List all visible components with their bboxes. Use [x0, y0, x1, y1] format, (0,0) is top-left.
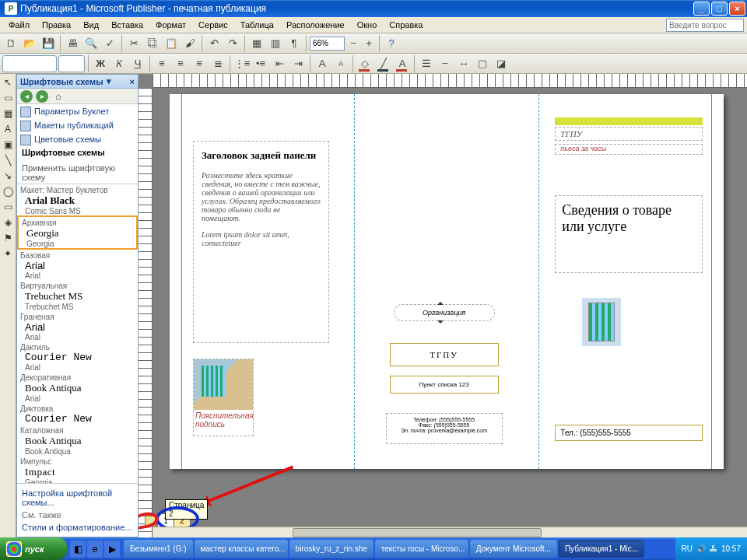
open-button[interactable]: 📂: [21, 35, 38, 52]
org-name-box[interactable]: ТГПУ: [390, 343, 499, 366]
publication-page[interactable]: Заголовок задней панели Разместите здесь…: [170, 94, 724, 469]
picture-tool[interactable]: ▣: [1, 138, 15, 152]
tray-icon-vol[interactable]: 🔊: [696, 544, 706, 553]
line-tool[interactable]: ╲: [1, 153, 15, 167]
tp-bold-link[interactable]: Шрифтовые схемы: [17, 146, 138, 160]
preview-button[interactable]: 🔍: [82, 35, 100, 52]
align-center[interactable]: ≡: [172, 55, 189, 72]
back-body2[interactable]: Lorem ipsum dolor sit amet, consectetuer: [202, 230, 321, 247]
menu-формат[interactable]: Формат: [150, 19, 191, 31]
font-scheme-item[interactable]: ДактильCourier NewArial: [17, 341, 138, 372]
front-subtag[interactable]: пьеса за часы: [555, 144, 703, 155]
font-color[interactable]: A: [394, 55, 411, 72]
nav-home[interactable]: ⌂: [51, 89, 65, 103]
cut-button[interactable]: ✂: [125, 35, 142, 52]
font-shrink[interactable]: A: [332, 55, 349, 72]
font-scheme-item[interactable]: КаталожнаяBook AntiquaBook Antiqua: [17, 425, 138, 456]
zoom-in[interactable]: +: [362, 35, 376, 52]
tray-lang[interactable]: RU: [682, 544, 693, 553]
italic-button[interactable]: К: [110, 55, 128, 72]
special-chars[interactable]: ¶: [286, 35, 303, 52]
undo-button[interactable]: ↶: [205, 35, 223, 52]
shadow[interactable]: ▢: [474, 55, 491, 72]
back-image[interactable]: [194, 359, 253, 410]
menu-расположение[interactable]: Расположение: [281, 19, 350, 31]
zoom-combo[interactable]: 66%: [310, 37, 345, 51]
menu-правка[interactable]: Правка: [37, 19, 76, 31]
phone-box[interactable]: Тел.: (555)555-5555: [555, 425, 703, 441]
nav-forward[interactable]: ▸: [36, 90, 48, 103]
taskpane-close[interactable]: ×: [130, 77, 135, 86]
menu-таблица[interactable]: Таблица: [235, 19, 279, 31]
font-scheme-item[interactable]: АрхивнаяGeorgiaGeorgia: [17, 215, 138, 250]
tray-icon-net[interactable]: 🖧: [710, 544, 717, 553]
back-panel[interactable]: Заголовок задней панели Разместите здесь…: [170, 94, 355, 469]
ql-desktop[interactable]: ◧: [70, 541, 86, 558]
design-tool[interactable]: ✦: [1, 247, 15, 261]
line-color[interactable]: ╱: [375, 55, 392, 72]
oval-tool[interactable]: ◯: [1, 184, 15, 198]
menu-вид[interactable]: Вид: [78, 19, 104, 31]
font-name[interactable]: [2, 55, 57, 72]
bring-front[interactable]: ▦: [248, 35, 265, 52]
print-button[interactable]: 🖶: [64, 35, 81, 52]
canvas[interactable]: Заголовок задней панели Разместите здесь…: [139, 74, 747, 537]
increase-indent[interactable]: ⇥: [289, 55, 307, 72]
pointer-tool[interactable]: ↖: [1, 75, 15, 89]
fill-color[interactable]: ◇: [356, 55, 374, 72]
taskbar-button[interactable]: мастер классы катего...: [195, 540, 288, 558]
org-oval[interactable]: Организация: [394, 304, 495, 321]
back-heading[interactable]: Заголовок задней панели: [202, 149, 321, 162]
page-master-icon[interactable]: [145, 516, 156, 527]
arrow-style[interactable]: ↔: [455, 55, 472, 72]
font-size[interactable]: [58, 55, 85, 72]
middle-panel[interactable]: Организация ТГПУ Пункт списка 123 Телефо…: [355, 94, 540, 469]
tray-clock[interactable]: 10:57: [721, 544, 741, 553]
back-body1[interactable]: Разместите здесь краткие сведения, но вм…: [202, 171, 321, 222]
font-scheme-list[interactable]: Макет: Мастер буклетовArial BlackComic S…: [17, 184, 138, 483]
nav-back[interactable]: ◂: [20, 90, 33, 103]
rect-tool[interactable]: ▭: [1, 200, 15, 214]
menu-окно[interactable]: Окно: [352, 19, 383, 31]
columns-button[interactable]: ▥: [267, 35, 284, 52]
help-button[interactable]: ?: [383, 35, 400, 52]
tp-footer-link[interactable]: Стили и форматирование...: [22, 521, 133, 534]
table-tool[interactable]: ▦: [1, 107, 15, 121]
font-scheme-item[interactable]: ИмпульсImpactGeorgia: [17, 456, 138, 483]
textbox-tool[interactable]: ▭: [1, 91, 15, 105]
numbering[interactable]: ⋮≡: [233, 55, 251, 72]
new-button[interactable]: 🗋: [2, 35, 19, 52]
align-left[interactable]: ≡: [153, 55, 170, 72]
format-painter[interactable]: 🖌: [181, 35, 198, 52]
tp-link[interactable]: Цветовые схемы: [17, 132, 138, 146]
scrollbar-horizontal[interactable]: [153, 527, 747, 537]
font-scheme-item[interactable]: ГраненаяArialArial: [17, 311, 138, 341]
help-search[interactable]: [666, 19, 744, 32]
ql-browser[interactable]: e: [87, 541, 103, 558]
font-scheme-item[interactable]: ДиктовкаCourier New: [17, 403, 138, 425]
paste-button[interactable]: 📋: [163, 35, 180, 52]
align-right[interactable]: ≡: [191, 55, 208, 72]
menu-вставка[interactable]: Вставка: [106, 19, 149, 31]
bullets[interactable]: •≡: [252, 55, 269, 72]
ql-player[interactable]: ▶: [104, 541, 120, 558]
front-image[interactable]: [582, 298, 621, 346]
menu-сервис[interactable]: Сервис: [193, 19, 233, 31]
wordart-tool[interactable]: A: [1, 122, 15, 136]
tp-link[interactable]: Параметры Буклет: [17, 104, 138, 118]
menu-справка[interactable]: Справка: [384, 19, 428, 31]
shapes-tool[interactable]: ◈: [1, 215, 15, 229]
taskbar-button[interactable]: Безымянн1 (G:): [124, 540, 193, 558]
front-tag[interactable]: ТГПУ: [555, 127, 703, 141]
underline-button[interactable]: Ч: [129, 55, 146, 72]
font-grow[interactable]: A: [314, 55, 331, 72]
front-title[interactable]: Сведения о товаре или услуге: [555, 195, 703, 273]
save-button[interactable]: 💾: [40, 35, 57, 52]
font-scheme-item[interactable]: Макет: Мастер буклетовArial BlackComic S…: [17, 184, 138, 215]
contacts-box[interactable]: Телефон: (555)555-5555 Факс: (555)555-55…: [386, 413, 503, 444]
taskpane-dropdown[interactable]: ▾: [107, 76, 111, 86]
3d-button[interactable]: ◪: [493, 55, 510, 72]
menu-файл[interactable]: Файл: [3, 19, 35, 31]
start-button[interactable]: пуск: [0, 537, 67, 560]
taskbar-button[interactable]: birosky_ru_z_rin.she: [289, 540, 374, 558]
